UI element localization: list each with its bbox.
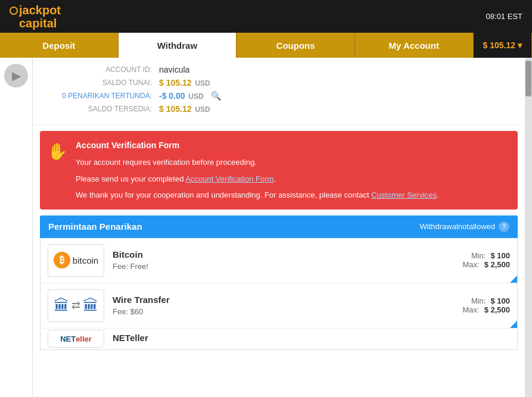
bitcoin-triangle [510, 276, 517, 283]
balance-dropdown-icon: ▾ [518, 40, 522, 50]
left-sidebar: ▶ [0, 58, 33, 397]
permintaan-help-icon[interactable]: ? [499, 221, 509, 232]
content-wrapper: ACCOUNT ID: navicula SALDO TUNAI: $ 105.… [33, 58, 532, 397]
account-id-value: navicula [159, 65, 189, 74]
saldo-tersedia-value: $ 105.12 USD [159, 104, 210, 114]
main-content: ▶ ACCOUNT ID: navicula SALDO TUNAI: $ 10… [0, 58, 532, 397]
tab-withdraw[interactable]: Withdraw [119, 33, 237, 58]
account-id-row: ACCOUNT ID: navicula [45, 65, 513, 74]
alert-title: Account Verification Form [76, 139, 509, 152]
time-display: 08:01 EST [486, 12, 522, 21]
customer-services-link[interactable]: Customer Services [371, 190, 437, 199]
wire-transfer-logo-container: 🏛 ⇄ 🏛 [48, 289, 104, 322]
bitcoin-details: Bitcoin Fee: Free! [113, 249, 462, 271]
logo: jackpot capital [10, 4, 61, 30]
logo-line2: capital [10, 17, 61, 30]
bank-icon: 🏛 ⇄ 🏛 [54, 296, 98, 315]
account-info: ACCOUNT ID: navicula SALDO TUNAI: $ 105.… [33, 58, 525, 125]
penarikan-value: -$ 0.00 USD 🔍 [159, 91, 221, 101]
payment-methods-list: ₿ bitcoin Bitcoin Fee: Free! Min: $ 100 [40, 238, 518, 350]
saldo-tunai-row: SALDO TUNAI: $ 105.12 USD [45, 78, 513, 87]
scrollbar-track[interactable] [525, 58, 532, 397]
wire-transfer-min-row: Min: $ 100 [462, 296, 510, 305]
wire-transfer-details: Wire Transfer Fee: $60 [113, 295, 462, 316]
bitcoin-min-row: Min: $ 100 [462, 251, 510, 260]
bitcoin-logo-container: ₿ bitcoin [48, 244, 104, 277]
balance-display[interactable]: $ 105.12 ▾ [474, 33, 533, 58]
saldo-tunai-value: $ 105.12 USD [159, 78, 210, 87]
logo-line1: jackpot [10, 4, 61, 17]
tab-my-account[interactable]: My Account [355, 33, 474, 58]
permintaan-title: Permintaan Penarikan [48, 221, 142, 232]
wire-transfer-name: Wire Transfer [113, 295, 462, 305]
alert-line1: Your account requires verification befor… [76, 157, 509, 168]
wire-transfer-limits: Min: $ 100 Max: $ 2,500 [462, 296, 510, 314]
hand-icon: ✋ [47, 139, 68, 164]
payment-method-bitcoin[interactable]: ₿ bitcoin Bitcoin Fee: Free! Min: $ 100 [41, 238, 517, 283]
tab-coupons[interactable]: Coupons [237, 33, 355, 58]
alert-line3: We thank you for your cooperation and un… [76, 189, 509, 201]
bitcoin-logo: ₿ bitcoin [54, 252, 98, 268]
permintaan-bar: Permintaan Penarikan Withdrawalnotallowe… [40, 215, 518, 238]
bitcoin-max-row: Max: $ 2,500 [462, 260, 510, 269]
scrollbar-thumb[interactable] [525, 61, 531, 96]
alert-box: ✋ Account Verification Form Your account… [40, 131, 518, 210]
saldo-tersedia-row: SALDO TERSEDIA: $ 105.12 USD [45, 104, 513, 114]
neteller-details: NETeller [113, 333, 510, 345]
payment-method-wire-transfer[interactable]: 🏛 ⇄ 🏛 Wire Transfer Fee: $60 Min: $ 100 [41, 283, 517, 329]
account-id-label: ACCOUNT ID: [45, 65, 152, 74]
avatar: ▶ [4, 64, 28, 87]
nav-tabs: Deposit Withdraw Coupons My Account $ 10… [0, 33, 532, 58]
top-bar: jackpot capital 08:01 EST [0, 0, 532, 33]
permintaan-status: Withdrawalnotallowed ? [420, 221, 509, 232]
neteller-logo-container: NETeller [48, 330, 104, 348]
saldo-tersedia-label: SALDO TERSEDIA: [45, 105, 152, 113]
btc-circle-icon: ₿ [54, 252, 70, 268]
saldo-tunai-label: SALDO TUNAI: [45, 79, 152, 87]
verification-form-link[interactable]: Account Verification Form [185, 174, 273, 183]
bitcoin-fee: Fee: Free! [113, 262, 462, 271]
penarikan-row: 0 PENARIKAN TERTUNDA: -$ 0.00 USD 🔍 [45, 91, 513, 101]
search-icon[interactable]: 🔍 [211, 91, 221, 101]
wire-transfer-fee: Fee: $60 [113, 307, 462, 316]
bitcoin-name: Bitcoin [113, 249, 462, 260]
wire-transfer-triangle [510, 321, 517, 328]
tab-deposit[interactable]: Deposit [0, 33, 119, 58]
neteller-logo: NETeller [60, 335, 92, 343]
alert-line2: Please send us your completed Account Ve… [76, 173, 509, 185]
wire-transfer-max-row: Max: $ 2,500 [462, 305, 510, 314]
content-panel: ACCOUNT ID: navicula SALDO TUNAI: $ 105.… [33, 58, 525, 397]
bitcoin-limits: Min: $ 100 Max: $ 2,500 [462, 251, 510, 269]
payment-method-neteller[interactable]: NETeller NETeller [41, 329, 517, 349]
penarikan-label[interactable]: 0 PENARIKAN TERTUNDA: [45, 92, 152, 100]
neteller-name: NETeller [113, 333, 510, 343]
